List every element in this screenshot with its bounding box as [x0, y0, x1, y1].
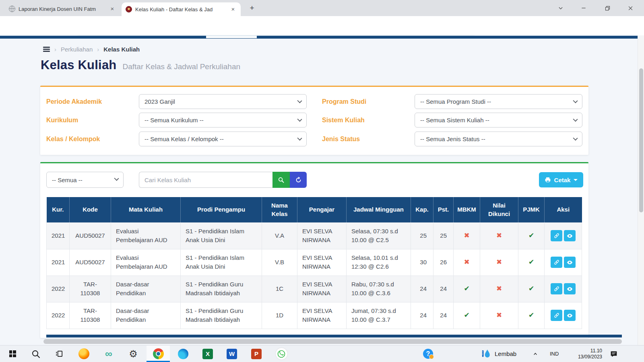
notification-center-button[interactable]	[609, 346, 618, 362]
print-button-label: Cetak	[554, 177, 571, 183]
eye-icon	[566, 312, 573, 319]
chevron-down-icon	[114, 176, 119, 181]
cell-kode: AUD50027	[70, 222, 111, 249]
print-button[interactable]: Cetak	[539, 172, 583, 187]
taskbar-chrome-active[interactable]	[147, 346, 170, 362]
browser-tabstrip: Laporan Kinerja Dosen UIN Fatm × Kelas K…	[0, 0, 644, 16]
tab-close-icon[interactable]: ×	[229, 6, 237, 13]
cell-pjmk: ✔	[518, 249, 545, 276]
cell-jadwal: Jumat, 07:30 s.d 10.00 @ C.3.7	[347, 302, 411, 329]
link-button[interactable]	[551, 230, 562, 241]
window-minimize-button[interactable]	[578, 2, 590, 14]
tray-help-button[interactable]: ?	[423, 346, 433, 362]
filter-label-sistem-kuliah: Sistem Kuliah	[322, 113, 413, 128]
cell-pst: 24	[433, 276, 454, 302]
view-button[interactable]	[564, 257, 576, 268]
kurikulum-select[interactable]: -- Semua Kurikulum --	[139, 113, 307, 128]
cell-pjmk: ✔	[518, 302, 545, 329]
cell-aksi	[545, 276, 582, 302]
cell-kap: 30	[411, 249, 433, 276]
check-icon: ✔	[528, 285, 534, 292]
clock-time: 11.10	[590, 348, 602, 354]
caret-down-icon	[574, 179, 578, 181]
taskbar-camtasia[interactable]: ∞	[97, 346, 120, 362]
link-button[interactable]	[551, 257, 562, 268]
cell-pst: 24	[433, 302, 454, 329]
tab-search-chevron-icon[interactable]	[555, 2, 567, 14]
vertical-scrollbar-track[interactable]	[638, 35, 644, 345]
taskbar-firefox[interactable]	[72, 346, 95, 362]
link-button[interactable]	[551, 310, 562, 321]
window-close-button[interactable]	[624, 2, 636, 14]
powerpoint-icon: P	[251, 349, 262, 359]
jenis-status-select[interactable]: -- Semua Jenis Status --	[415, 132, 582, 146]
taskbar-whatsapp[interactable]	[270, 346, 293, 362]
taskbar-edge[interactable]	[171, 346, 195, 362]
breadcrumb-perkuliahan[interactable]: Perkuliahan	[61, 46, 93, 53]
cell-kur: 2021	[47, 222, 70, 249]
sistem-kuliah-select[interactable]: -- Semua Sistem Kuliah --	[415, 113, 582, 128]
taskbar-word[interactable]: W	[220, 346, 244, 362]
cell-nama-kelas: 1D	[262, 302, 297, 329]
menu-hamburger-icon[interactable]	[43, 47, 50, 52]
cell-aksi	[545, 222, 582, 249]
cell-pengajar: EVI SELVA NIRWANA	[297, 302, 347, 329]
eye-icon	[566, 259, 573, 266]
column-header-kode: Kode	[70, 197, 111, 222]
column-header-nama-kelas: Nama Kelas	[262, 197, 297, 222]
chevron-down-icon	[297, 136, 302, 140]
tray-chevron-up-icon[interactable]	[532, 346, 539, 362]
column-header-kap-: Kap.	[411, 197, 433, 222]
cell-kode: AUD50027	[70, 249, 111, 276]
view-button[interactable]	[564, 310, 576, 321]
periode-akademik-select[interactable]: 2023 Ganjil	[139, 94, 307, 109]
cell-kode: TAR-110308	[70, 302, 111, 329]
taskbar-excel[interactable]: X	[196, 346, 219, 362]
start-button[interactable]	[1, 346, 24, 362]
windows-logo-icon	[9, 350, 16, 357]
search-button[interactable]	[272, 172, 290, 188]
chevron-down-icon	[297, 117, 302, 121]
humidity-icon	[481, 349, 491, 359]
class-table: Kur.KodeMata KuliahProdi PengampuNama Ke…	[46, 197, 582, 329]
taskbar-clock[interactable]: 11.10 13/09/2023	[571, 346, 602, 362]
table-row: 2022TAR-110308Dasar-dasar PendidikanS1 -…	[47, 276, 582, 302]
taskbar-settings[interactable]: ⚙	[122, 346, 145, 362]
taskbar-search-button[interactable]	[24, 346, 47, 362]
cell-kur: 2022	[47, 302, 70, 329]
scope-select[interactable]: -- Semua --	[46, 172, 124, 188]
filter-label-kelas-kelompok: Kelas / Kelompok	[46, 132, 137, 146]
column-header-pjmk: PJMK	[518, 197, 545, 222]
filter-label-program-studi: Program Studi	[322, 94, 413, 109]
clock-date: 13/09/2023	[578, 354, 602, 360]
check-icon: ✔	[464, 285, 469, 292]
select-value: -- Semua --	[52, 177, 83, 183]
browser-toolbar: uinbengkulu.siakadcloud.com/siakad/list_…	[0, 16, 644, 35]
view-button[interactable]	[564, 283, 576, 294]
table-card: -- Semua -- Cetak	[40, 162, 588, 338]
view-button[interactable]	[564, 230, 576, 241]
column-header-pengajar: Pengajar	[297, 197, 347, 222]
cell-prodi: S1 - Pendidikan Islam Anak Usia Dini	[181, 249, 262, 276]
program-studi-select[interactable]: -- Semua Program Studi --	[415, 94, 582, 109]
tab-laporan-kinerja[interactable]: Laporan Kinerja Dosen UIN Fatm ×	[5, 3, 120, 15]
language-indicator[interactable]: IND	[550, 346, 559, 362]
weather-widget[interactable]: Lembab	[481, 346, 516, 362]
filter-label-periode: Periode Akademik	[46, 94, 137, 109]
cell-aksi	[545, 249, 582, 276]
search-input[interactable]	[139, 172, 272, 188]
kelas-kelompok-select[interactable]: -- Semua Kelas / Kelompok --	[139, 132, 307, 146]
new-tab-button[interactable]: +	[247, 4, 257, 13]
horizontal-scrollbar[interactable]	[43, 339, 622, 344]
refresh-button[interactable]	[290, 172, 307, 188]
eye-icon	[566, 286, 573, 292]
link-button[interactable]	[551, 283, 562, 294]
cell-kur: 2021	[47, 249, 70, 276]
window-restore-button[interactable]	[601, 2, 613, 14]
vertical-scrollbar-thumb[interactable]	[639, 68, 643, 212]
task-view-button[interactable]	[47, 346, 71, 362]
link-icon	[553, 232, 560, 239]
tab-kelas-kuliah[interactable]: Kelas Kuliah - Daftar Kelas & Jad ×	[122, 2, 241, 16]
tab-close-icon[interactable]: ×	[109, 5, 116, 12]
taskbar-powerpoint[interactable]: P	[245, 346, 268, 362]
